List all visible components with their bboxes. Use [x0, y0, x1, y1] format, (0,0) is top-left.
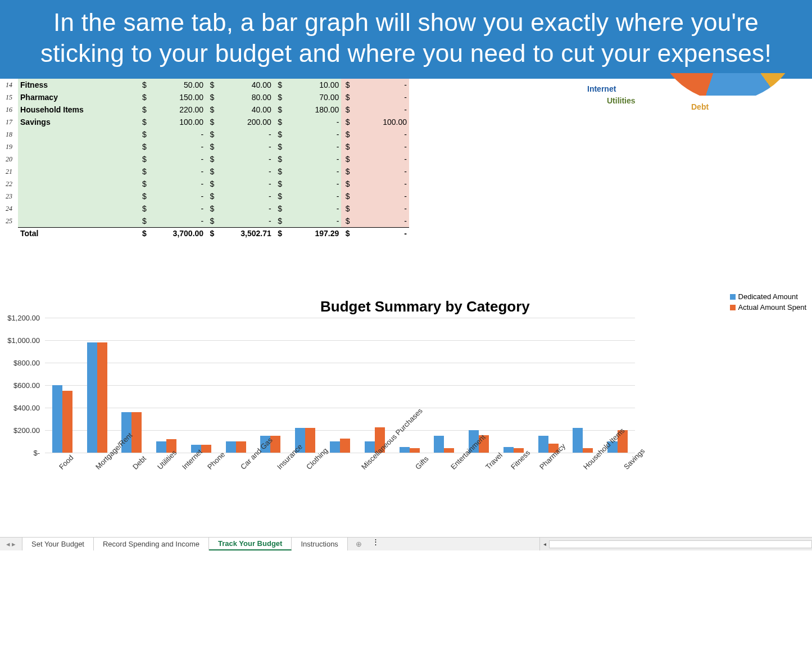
dedicated-cell[interactable]: 50.00 — [149, 79, 206, 91]
table-row[interactable]: 19$-$-$-$- — [0, 141, 409, 153]
dedicated-cell[interactable]: - — [149, 153, 206, 165]
currency-symbol: $ — [341, 190, 352, 202]
over-cell[interactable]: - — [352, 103, 409, 116]
table-row[interactable]: 14Fitness$50.00$40.00$10.00$- — [0, 79, 409, 91]
dedicated-cell[interactable]: 100.00 — [149, 116, 206, 128]
total-over: - — [352, 227, 409, 240]
under-cell[interactable]: - — [284, 165, 341, 178]
table-row[interactable]: 23$-$-$-$- — [0, 190, 409, 202]
category-cell[interactable]: Pharmacy — [18, 91, 138, 103]
category-cell[interactable]: Savings — [18, 116, 138, 128]
dedicated-cell[interactable]: - — [149, 128, 206, 141]
table-row[interactable]: 18$-$-$-$- — [0, 128, 409, 141]
over-cell[interactable]: - — [352, 79, 409, 91]
row-number: 19 — [0, 141, 18, 153]
currency-symbol: $ — [138, 202, 149, 215]
currency-symbol: $ — [341, 141, 352, 153]
under-cell[interactable]: - — [284, 141, 341, 153]
row-number: 21 — [0, 165, 18, 178]
table-row[interactable]: 20$-$-$-$- — [0, 153, 409, 165]
dedicated-cell[interactable]: 150.00 — [149, 91, 206, 103]
actual-cell[interactable]: - — [216, 165, 273, 178]
category-cell[interactable] — [18, 153, 138, 165]
actual-cell[interactable]: - — [216, 141, 273, 153]
currency-symbol: $ — [341, 215, 352, 227]
actual-cell[interactable]: 40.00 — [216, 79, 273, 91]
budget-table[interactable]: 14Fitness$50.00$40.00$10.00$-15Pharmacy$… — [0, 79, 409, 240]
currency-symbol: $ — [206, 215, 216, 227]
total-label: Total — [18, 227, 138, 240]
under-cell[interactable]: 180.00 — [284, 103, 341, 116]
over-cell[interactable]: - — [352, 128, 409, 141]
actual-cell[interactable]: - — [216, 215, 273, 227]
row-number: 18 — [0, 128, 18, 141]
category-cell[interactable] — [18, 190, 138, 202]
category-cell[interactable] — [18, 215, 138, 227]
under-cell[interactable]: - — [284, 190, 341, 202]
actual-cell[interactable]: - — [216, 178, 273, 190]
currency-symbol: $ — [274, 178, 284, 190]
over-cell[interactable]: - — [352, 202, 409, 215]
over-cell[interactable]: - — [352, 190, 409, 202]
dedicated-cell[interactable]: - — [149, 141, 206, 153]
over-cell[interactable]: - — [352, 141, 409, 153]
actual-cell[interactable]: - — [216, 190, 273, 202]
currency-symbol: $ — [341, 116, 352, 128]
dedicated-cell[interactable]: - — [149, 190, 206, 202]
table-row[interactable]: 16Household Items$220.00$40.00$180.00$- — [0, 103, 409, 116]
under-cell[interactable]: 70.00 — [284, 91, 341, 103]
actual-cell[interactable]: 200.00 — [216, 116, 273, 128]
under-cell[interactable]: - — [284, 153, 341, 165]
currency-symbol: $ — [341, 165, 352, 178]
table-row[interactable]: 21$-$-$-$- — [0, 165, 409, 178]
dedicated-cell[interactable]: - — [149, 202, 206, 215]
actual-cell[interactable]: - — [216, 202, 273, 215]
under-cell[interactable]: - — [284, 215, 341, 227]
currency-symbol: $ — [274, 153, 284, 165]
table-row[interactable]: 25$-$-$-$- — [0, 215, 409, 227]
actual-cell[interactable]: - — [216, 128, 273, 141]
under-cell[interactable]: - — [284, 128, 341, 141]
over-cell[interactable]: - — [352, 153, 409, 165]
table-row[interactable]: 22$-$-$-$- — [0, 178, 409, 190]
currency-symbol: $ — [341, 128, 352, 141]
actual-cell[interactable]: - — [216, 153, 273, 165]
over-cell[interactable]: 100.00 — [352, 116, 409, 128]
dedicated-cell[interactable]: 220.00 — [149, 103, 206, 116]
under-cell[interactable]: - — [284, 116, 341, 128]
under-cell[interactable]: - — [284, 178, 341, 190]
actual-cell[interactable]: 80.00 — [216, 91, 273, 103]
table-row[interactable]: 15Pharmacy$150.00$80.00$70.00$- — [0, 91, 409, 103]
over-cell[interactable]: - — [352, 91, 409, 103]
category-cell[interactable]: Fitness — [18, 79, 138, 91]
under-cell[interactable]: 10.00 — [284, 79, 341, 91]
category-cell[interactable] — [18, 178, 138, 190]
currency-symbol: $ — [274, 141, 284, 153]
currency-symbol: $ — [341, 153, 352, 165]
currency-symbol: $ — [274, 202, 284, 215]
dedicated-cell[interactable]: - — [149, 215, 206, 227]
category-cell[interactable] — [18, 128, 138, 141]
dedicated-cell[interactable]: - — [149, 178, 206, 190]
row-number: 20 — [0, 153, 18, 165]
category-cell[interactable]: Household Items — [18, 103, 138, 116]
currency-symbol: $ — [274, 79, 284, 91]
instruction-banner: In the same tab, a bar graph will show y… — [0, 0, 812, 79]
category-cell[interactable] — [18, 141, 138, 153]
table-row[interactable]: 17Savings$100.00$200.00$-$100.00 — [0, 116, 409, 128]
currency-symbol: $ — [138, 128, 149, 141]
currency-symbol: $ — [138, 215, 149, 227]
under-cell[interactable]: - — [284, 202, 341, 215]
currency-symbol: $ — [274, 215, 284, 227]
actual-cell[interactable]: 40.00 — [216, 103, 273, 116]
dedicated-cell[interactable]: - — [149, 165, 206, 178]
category-cell[interactable] — [18, 202, 138, 215]
currency-symbol: $ — [138, 116, 149, 128]
table-row[interactable]: 24$-$-$-$- — [0, 202, 409, 215]
category-cell[interactable] — [18, 165, 138, 178]
over-cell[interactable]: - — [352, 178, 409, 190]
row-number: 15 — [0, 91, 18, 103]
over-cell[interactable]: - — [352, 165, 409, 178]
currency-symbol: $ — [206, 153, 216, 165]
over-cell[interactable]: - — [352, 215, 409, 227]
